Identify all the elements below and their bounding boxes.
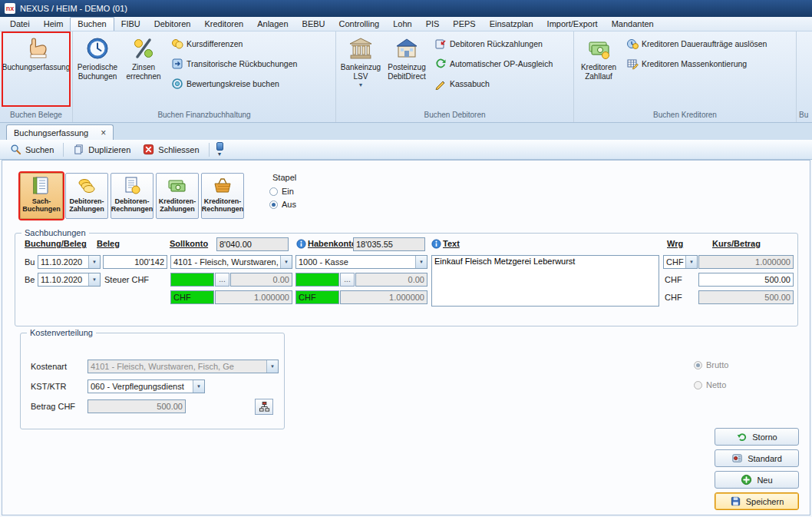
- chevron-down-icon[interactable]: ▼: [88, 273, 100, 286]
- menu-tab-heim[interactable]: Heim: [37, 18, 71, 31]
- menu-tab-fibu[interactable]: FIBU: [114, 18, 147, 31]
- stapel-aus-radio[interactable]: Aus: [269, 200, 296, 209]
- header-wrg: Wrg: [667, 239, 683, 248]
- mode-sachbuchungen-button[interactable]: Sach- Buchungen: [20, 173, 63, 219]
- standard-button[interactable]: Standard: [715, 449, 799, 467]
- kreditoren-massenkontierung-button[interactable]: Kreditoren Massenkontierung: [626, 57, 767, 71]
- group-label-partial: Bu: [797, 111, 812, 122]
- window-title: NEXUS / HEIM - DEMO (01): [20, 4, 127, 13]
- coins-stack-icon: [76, 176, 97, 196]
- soll-steuercode-input[interactable]: [170, 273, 214, 287]
- group-label-buchen-kreditoren: Buchen Kreditoren: [574, 111, 796, 122]
- debitoren-rueckzahlungen-button[interactable]: Debitoren Rückzahlungen: [434, 37, 553, 51]
- habenkonto-saldo: [353, 237, 425, 251]
- ribbon: Buchungserfassung Buchen Belege Periodis…: [0, 31, 812, 123]
- bewertungskreise-buchen-button[interactable]: Bewertungskreise buchen: [171, 77, 297, 91]
- betrag-chf-label: Betrag CHF: [31, 402, 75, 411]
- suchen-button[interactable]: Suchen: [5, 142, 59, 157]
- chevron-down-icon[interactable]: ▼: [280, 256, 292, 268]
- bankeinzug-dropdown-arrow[interactable]: ▼: [358, 83, 364, 88]
- mode-kreditoren-rechnungen-button[interactable]: Kreditoren- Rechnungen: [201, 173, 244, 219]
- betrag-input[interactable]: [698, 273, 794, 287]
- menu-tab-buchen[interactable]: Buchen: [70, 17, 114, 31]
- transitorische-rueckbuchungen-button[interactable]: Transitorische Rückbuchungen: [171, 57, 297, 71]
- chevron-down-icon[interactable]: ▼: [415, 256, 427, 268]
- storno-button[interactable]: Storno: [715, 428, 799, 446]
- bank-icon: [348, 36, 373, 61]
- kassabuch-button[interactable]: Kassabuch: [434, 77, 553, 91]
- kreditoren-dauerauftraege-button[interactable]: Kreditoren Daueraufträge auslösen: [626, 37, 767, 51]
- menu-tab-datei[interactable]: Datei: [3, 18, 37, 31]
- kst-ktr-combobox[interactable]: 060 - Verpflegungsdienst ▼: [87, 379, 205, 393]
- tab-label: Buchungserfassung: [14, 128, 88, 138]
- zinsen-errechnen-button[interactable]: Zinsen errechnen: [120, 33, 167, 105]
- clock-icon: [85, 36, 110, 61]
- close-tab-icon[interactable]: ×: [101, 129, 106, 137]
- speichern-button[interactable]: Speichern: [715, 492, 799, 510]
- buchungserfassung-button[interactable]: Buchungserfassung: [3, 33, 69, 105]
- chevron-down-icon[interactable]: ▼: [88, 256, 100, 268]
- buchungstext-textarea[interactable]: Einkauf Fleisch Metzgerei Leberwurst: [431, 255, 659, 307]
- kreditoren-zahllauf-button[interactable]: Kreditoren Zahllauf: [576, 33, 622, 105]
- soll-waehrung-input[interactable]: [170, 290, 214, 304]
- chevron-down-icon: ▼: [217, 151, 223, 157]
- waehrung-combobox[interactable]: CHF ▼: [663, 255, 698, 269]
- posteinzug-debitdirect-button[interactable]: Posteinzug DebitDirect: [384, 33, 430, 105]
- grid-pencil-icon: [626, 58, 639, 70]
- soll-steuercode-browse-button[interactable]: ...: [215, 273, 229, 287]
- buchungsdatum-date-picker[interactable]: 11.10.2020 ▼: [38, 255, 101, 269]
- chevron-down-icon[interactable]: ▼: [193, 380, 204, 393]
- neu-button[interactable]: Neu: [715, 471, 799, 489]
- menu-tab-debitoren[interactable]: Debitoren: [147, 18, 198, 31]
- automatischer-op-ausgleich-button[interactable]: Automatischer OP-Ausgleich: [434, 57, 553, 71]
- mode-kreditoren-zahlungen-button[interactable]: Kreditoren- Zahlungen: [156, 173, 199, 219]
- haben-steuercode-input[interactable]: [295, 273, 339, 287]
- tab-buchungserfassung[interactable]: Buchungserfassung ×: [6, 124, 114, 140]
- belegdatum-date-picker[interactable]: 11.10.2020 ▼: [38, 273, 101, 287]
- menu-tab-anlagen[interactable]: Anlagen: [250, 18, 295, 31]
- pen-icon: [434, 78, 447, 90]
- money-stack-icon: [586, 36, 611, 61]
- kostenverteilung-tree-button[interactable]: [255, 399, 273, 415]
- sollkonto-combobox[interactable]: 4101 - Fleisch, Wurstwaren, Fisc ▼: [170, 255, 292, 269]
- menu-tab-controlling[interactable]: Controlling: [332, 18, 387, 31]
- beleg-input[interactable]: [103, 255, 167, 269]
- book-return-icon: [434, 38, 447, 50]
- menu-tab-kreditoren[interactable]: Kreditoren: [197, 18, 250, 31]
- duplizieren-button[interactable]: Duplizieren: [68, 142, 136, 157]
- kostenverteilung-group-label: Kostenverteilung: [27, 328, 96, 337]
- mode-debitoren-zahlungen-button[interactable]: Debitoren- Zahlungen: [65, 173, 108, 219]
- kst-ktr-label: KST/KTR: [31, 382, 66, 391]
- plus-circle-icon: [741, 474, 752, 486]
- schliessen-button[interactable]: Schliessen: [137, 142, 204, 157]
- org-chart-icon: [259, 401, 270, 413]
- menu-tab-peps[interactable]: PEPS: [446, 18, 482, 31]
- periodische-buchungen-button[interactable]: Periodische Buchungen: [74, 33, 120, 105]
- sachbuchungen-groupbox: Sachbuchungen Buchung/Beleg Beleg Sollko…: [15, 233, 798, 326]
- circles-icon: [171, 78, 183, 90]
- menu-tab-bebu[interactable]: BEBU: [295, 18, 332, 31]
- toolbar-options-button[interactable]: ▼: [213, 141, 226, 157]
- chevron-down-icon[interactable]: ▼: [685, 256, 697, 268]
- menu-tab-einsatzplan[interactable]: Einsatzplan: [483, 18, 540, 31]
- soll-steuerbetrag: [230, 273, 292, 287]
- fw-betrag: [698, 290, 794, 304]
- menu-tab-import-export[interactable]: Import/Export: [540, 18, 605, 31]
- stapel-ein-radio[interactable]: Ein: [269, 187, 294, 196]
- mode-debitoren-rechnungen-button[interactable]: Debitoren- Rechnungen: [111, 173, 153, 219]
- radio-circle: [694, 381, 702, 389]
- toolbar-separator: [209, 143, 210, 157]
- netto-radio[interactable]: Netto: [694, 380, 726, 389]
- brutto-radio[interactable]: Brutto: [694, 360, 728, 370]
- header-habenkonto: Habenkonto: [308, 239, 357, 248]
- kursdifferenzen-button[interactable]: Kursdifferenzen: [171, 37, 297, 51]
- haben-waehrung-input[interactable]: [295, 290, 339, 304]
- radio-circle: [269, 201, 278, 209]
- menu-tab-pis[interactable]: PIS: [419, 18, 447, 31]
- close-red-icon: [143, 144, 154, 155]
- habenkonto-combobox[interactable]: 1000 - Kasse ▼: [295, 255, 427, 269]
- bankeinzug-lsv-button[interactable]: Bankeinzug LSV ▼: [338, 33, 384, 105]
- haben-steuercode-browse-button[interactable]: ...: [340, 273, 355, 287]
- menu-tab-lohn[interactable]: Lohn: [386, 18, 418, 31]
- menu-tab-mandanten[interactable]: Mandanten: [605, 18, 661, 31]
